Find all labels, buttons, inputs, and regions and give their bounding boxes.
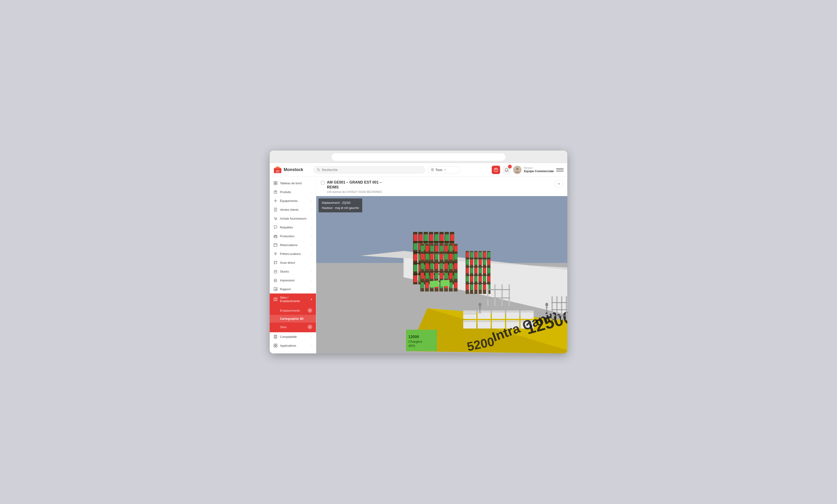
sidebar-item-reservations[interactable]: Réservations ›: [270, 241, 316, 249]
sidebar-item-ventes-clients[interactable]: Ventes clients ›: [270, 205, 316, 214]
sidebar-label-rapport: Rapport: [280, 287, 309, 291]
sidebar-label-achats: Achats fournisseurs: [280, 217, 309, 220]
submenu-item-sites[interactable]: Sites +: [270, 322, 316, 331]
location-selector[interactable]: Tous: [428, 166, 460, 173]
sidebar-label-applications: Applications: [280, 344, 309, 348]
svg-rect-213: [479, 284, 482, 290]
svg-rect-148: [440, 254, 443, 260]
printer-icon: [273, 278, 278, 282]
svg-rect-182: [466, 258, 491, 259]
select-checkbox[interactable]: [321, 181, 324, 185]
map-container[interactable]: 12500 Intra Canin 5200 12000 Chargeur 45…: [316, 196, 567, 353]
bell-icon: [504, 168, 509, 172]
tool-icon: [273, 199, 278, 203]
chevron-right-apps: ›: [311, 344, 312, 347]
chevron-right-impression: ›: [311, 279, 312, 282]
sidebar-item-equipements[interactable]: Équipements ›: [270, 197, 316, 205]
svg-rect-188: [475, 252, 478, 258]
svg-rect-26: [274, 236, 277, 238]
svg-rect-175: [454, 282, 457, 288]
svg-rect-267: [552, 309, 567, 310]
submenu-item-cartographie[interactable]: Cartographie 3D: [270, 315, 316, 322]
svg-rect-268: [552, 315, 567, 316]
svg-rect-136: [421, 246, 424, 251]
svg-rect-212: [475, 284, 478, 290]
sidebar-item-tableau-de-bord[interactable]: Tableau de bord: [270, 179, 316, 188]
svg-rect-185: [466, 283, 491, 284]
svg-point-5: [432, 169, 433, 170]
sidebar-item-prets[interactable]: Prêts/Locations ›: [270, 249, 316, 258]
plus-circle-icon-sites: +: [308, 324, 312, 329]
submenu-item-emplacements[interactable]: Emplacements +: [270, 306, 316, 315]
app-body: Tableau de bord Produits › Équipements ›: [270, 177, 567, 353]
sidebar-item-scan[interactable]: Scan direct: [270, 258, 316, 267]
svg-rect-152: [421, 263, 424, 269]
sites-submenu: Emplacements + Cartographie 3D Sites +: [270, 305, 316, 332]
submenu-label-cartographie: Cartographie 3D: [280, 317, 303, 320]
svg-rect-38: [274, 263, 275, 264]
svg-rect-218: [487, 284, 488, 305]
svg-rect-187: [470, 252, 473, 258]
svg-rect-29: [274, 244, 277, 246]
logo-text: Monstock: [284, 167, 303, 172]
svg-point-24: [275, 220, 275, 220]
expand-button[interactable]: [555, 180, 563, 188]
svg-rect-230: [492, 311, 505, 312]
sidebar-item-impression[interactable]: Impression ›: [270, 276, 316, 285]
warehouse-icon: [273, 269, 278, 274]
share-button[interactable]: [492, 166, 500, 174]
sidebar-label-tableau-de-bord: Tableau de bord: [280, 182, 312, 185]
page-header: AM GE001 – GRAND EST 001 – REIMS 145 ave…: [316, 177, 567, 196]
search-bar[interactable]: [314, 166, 425, 173]
address-bar[interactable]: [332, 153, 506, 161]
sidebar-item-comptabilite[interactable]: Comptabilité ›: [270, 332, 316, 341]
svg-rect-42: [274, 271, 277, 273]
svg-rect-154: [430, 263, 433, 269]
svg-rect-193: [470, 260, 473, 265]
sidebar-item-rapport[interactable]: Rapport ›: [270, 285, 316, 294]
svg-rect-138: [430, 246, 433, 251]
svg-rect-159: [454, 263, 457, 269]
svg-rect-37: [276, 261, 277, 262]
chevron-right-compta: ›: [311, 335, 312, 338]
sidebar-label-scan: Scan direct: [280, 261, 312, 264]
svg-point-45: [274, 280, 275, 280]
sidebar-item-produits[interactable]: Produits ›: [270, 188, 316, 197]
sidebar-item-achats[interactable]: Achats fournisseurs ›: [270, 214, 316, 223]
svg-point-15: [275, 200, 276, 202]
svg-rect-151: [454, 254, 457, 260]
sidebar-item-stocks[interactable]: Stocks ›: [270, 267, 316, 276]
svg-rect-142: [449, 246, 453, 251]
hamburger-line-3: [556, 171, 564, 171]
notification-button[interactable]: 1: [502, 166, 511, 174]
sidebar-item-production[interactable]: Production ›: [270, 232, 316, 241]
chevron-right-rapport: ›: [311, 288, 312, 291]
logo-icon: [273, 166, 282, 174]
user-name: Equipe Commerciale: [524, 169, 554, 173]
svg-rect-153: [426, 263, 429, 269]
svg-rect-266: [552, 302, 567, 303]
hamburger-button[interactable]: [556, 166, 564, 173]
svg-rect-84: [414, 234, 417, 241]
svg-rect-144: [421, 254, 424, 260]
chevron-right-stocks: ›: [311, 270, 312, 273]
sidebar-item-sites-emplacements[interactable]: Sites / Emplacements ▾: [270, 294, 316, 305]
chevron-down-icon: [557, 182, 560, 185]
svg-rect-63: [276, 344, 277, 345]
sidebar-item-requetes[interactable]: Requêtes ›: [270, 223, 316, 232]
svg-rect-262: [552, 296, 553, 320]
sidebar-item-applications[interactable]: Applications ›: [270, 341, 316, 350]
svg-rect-61: [276, 337, 277, 338]
search-input[interactable]: [322, 168, 422, 172]
svg-rect-141: [445, 246, 448, 251]
avatar-image: [514, 167, 520, 173]
svg-rect-234: [520, 311, 534, 312]
svg-rect-100: [414, 254, 417, 261]
bubble-icon: [273, 225, 278, 229]
svg-rect-174: [449, 282, 453, 288]
chevron-right-produits: ›: [311, 190, 312, 193]
app-container: Monstock Tous: [270, 163, 567, 353]
sidebar-label-equipements: Équipements: [280, 199, 309, 203]
svg-rect-161: [426, 273, 429, 279]
sidebar-label-reservations: Réservations: [280, 243, 309, 247]
